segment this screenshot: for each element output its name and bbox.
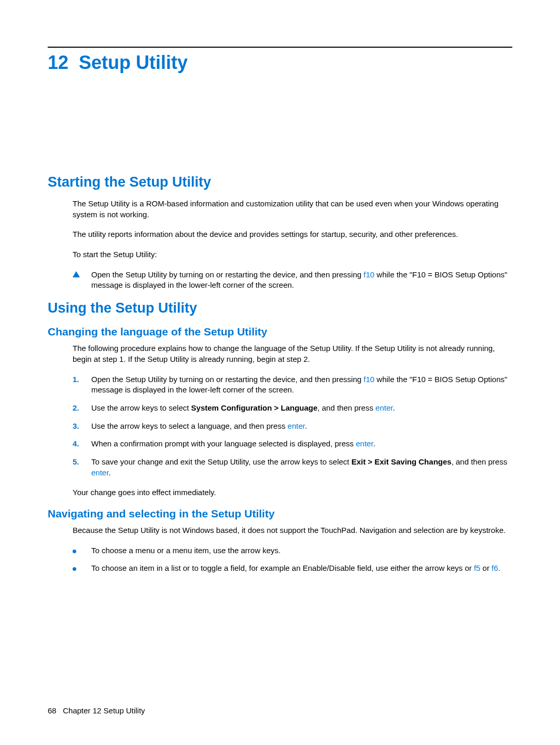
menu-path: System Configuration > Language [191, 403, 318, 412]
key-label: f10 [363, 270, 374, 279]
section-starting-heading: Starting the Setup Utility [48, 174, 512, 190]
key-label: f5 [474, 564, 481, 572]
list-item: To choose a menu or a menu item, use the… [73, 545, 512, 556]
list-text: To choose a menu or a menu item, use the… [91, 545, 512, 556]
paragraph: The utility reports information about th… [73, 229, 512, 240]
triangle-list: Open the Setup Utility by turning on or … [73, 270, 512, 291]
key-label: enter [356, 439, 373, 448]
document-page: 12 Setup Utility Starting the Setup Util… [0, 0, 560, 745]
step-number: 3. [73, 421, 91, 432]
step-number: 4. [73, 439, 91, 449]
paragraph: The Setup Utility is a ROM-based informa… [73, 199, 512, 220]
bullet-icon [73, 545, 91, 556]
step-number: 1. [73, 374, 91, 385]
subsection-language-heading: Changing the language of the Setup Utili… [48, 326, 512, 338]
step-number: 5. [73, 457, 91, 468]
paragraph: The following procedure explains how to … [73, 343, 512, 364]
bullet-list: To choose a menu or a menu item, use the… [73, 545, 512, 574]
list-text: To save your change and exit the Setup U… [91, 457, 512, 478]
footer-label: Chapter 12 Setup Utility [63, 706, 145, 715]
list-item: 2. Use the arrow keys to select System C… [73, 403, 512, 414]
list-item: 4. When a confirmation prompt with your … [73, 439, 512, 449]
section-using-heading: Using the Setup Utility [48, 300, 512, 316]
list-item: To choose an item in a list or to toggle… [73, 563, 512, 574]
paragraph: Your change goes into effect immediately… [73, 487, 512, 498]
menu-path: Exit > Exit Saving Changes [352, 457, 452, 466]
ordered-list: 1. Open the Setup Utility by turning on … [73, 374, 512, 479]
list-text: Use the arrow keys to select a language,… [91, 421, 512, 432]
chapter-title: 12 Setup Utility [48, 52, 512, 74]
list-text: Open the Setup Utility by turning on or … [91, 270, 512, 291]
paragraph: To start the Setup Utility: [73, 249, 512, 260]
subsection-navigating-body: Because the Setup Utility is not Windows… [48, 525, 512, 574]
list-item: 3. Use the arrow keys to select a langua… [73, 421, 512, 432]
triangle-icon [73, 270, 91, 280]
key-label: enter [288, 421, 305, 430]
page-footer: 68 Chapter 12 Setup Utility [48, 706, 145, 715]
key-label: enter [91, 468, 108, 477]
list-text: When a confirmation prompt with your lan… [91, 439, 512, 449]
list-text: Open the Setup Utility by turning on or … [91, 374, 512, 396]
key-label: enter [375, 403, 393, 412]
key-label: f6 [492, 564, 498, 572]
spacer [48, 91, 512, 174]
subsection-navigating-heading: Navigating and selecting in the Setup Ut… [48, 508, 512, 520]
subsection-language-body: The following procedure explains how to … [48, 343, 512, 498]
step-number: 2. [73, 403, 91, 414]
bullet-icon [73, 563, 91, 574]
paragraph: Because the Setup Utility is not Windows… [73, 525, 512, 536]
page-number: 68 [48, 706, 57, 715]
list-item: 5. To save your change and exit the Setu… [73, 457, 512, 478]
key-label: f10 [363, 375, 374, 384]
list-text: To choose an item in a list or to toggle… [91, 563, 512, 574]
section-starting-body: The Setup Utility is a ROM-based informa… [48, 199, 512, 291]
chapter-name: Setup Utility [79, 52, 188, 73]
chapter-number: 12 [48, 52, 68, 73]
list-text: Use the arrow keys to select System Conf… [91, 403, 512, 414]
horizontal-rule [48, 47, 512, 48]
list-item: 1. Open the Setup Utility by turning on … [73, 374, 512, 396]
list-item: Open the Setup Utility by turning on or … [73, 270, 512, 291]
